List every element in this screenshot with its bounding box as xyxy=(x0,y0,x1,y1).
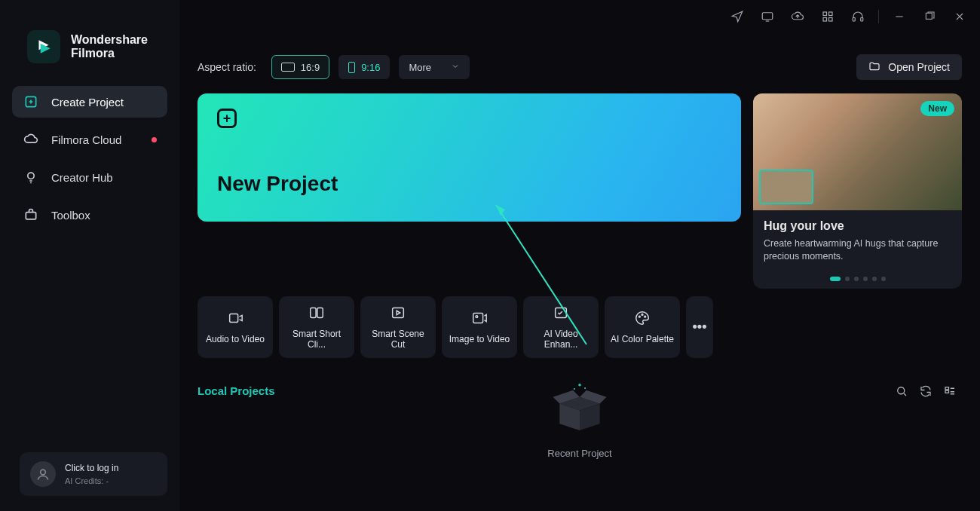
tile-label: Smart Scene Cut xyxy=(365,329,431,350)
bulb-icon xyxy=(23,170,39,185)
more-icon: ••• xyxy=(693,319,707,335)
svg-rect-16 xyxy=(317,308,323,317)
notification-dot-icon xyxy=(152,137,157,142)
open-project-button[interactable]: Open Project xyxy=(856,54,962,80)
svg-rect-26 xyxy=(945,390,949,393)
search-icon[interactable] xyxy=(890,379,914,403)
sidebar-item-create-project[interactable]: Create Project xyxy=(12,86,167,118)
folder-icon xyxy=(868,60,880,75)
svg-rect-14 xyxy=(230,314,238,322)
chevron-down-icon xyxy=(451,62,460,73)
aspect-916-button[interactable]: 9:16 xyxy=(338,55,390,79)
svg-point-24 xyxy=(898,387,905,394)
cloud-icon xyxy=(23,132,39,147)
brand-line1: Wondershare xyxy=(71,33,148,47)
tile-label: AI Video Enhan... xyxy=(528,329,594,350)
aspect-row: Aspect ratio: 16:9 9:16 More Open Projec… xyxy=(198,54,962,80)
tile-ai-video-enhancer[interactable]: AI Video Enhan... xyxy=(523,296,599,358)
plus-square-icon xyxy=(23,94,39,109)
promo-thumb-icon xyxy=(759,170,813,204)
svg-point-13 xyxy=(41,470,46,475)
sidebar-item-filmora-cloud[interactable]: Filmora Cloud xyxy=(12,124,167,155)
portrait-icon xyxy=(348,62,355,73)
tile-smart-scene-cut[interactable]: Smart Scene Cut xyxy=(360,296,436,358)
svg-rect-25 xyxy=(945,387,949,390)
tool-tiles: Audio to Video Smart Short Cli... Smart … xyxy=(198,296,741,358)
svg-rect-17 xyxy=(393,308,404,317)
open-project-label: Open Project xyxy=(888,61,950,73)
promo-desc: Create heartwarming AI hugs that capture… xyxy=(764,237,951,263)
login-card[interactable]: Click to log in AI Credits: - xyxy=(20,452,167,496)
sidebar-item-label: Toolbox xyxy=(51,209,90,222)
aspect-more-label: More xyxy=(409,62,431,73)
aspect-169-button[interactable]: 16:9 xyxy=(271,55,329,79)
plus-icon: + xyxy=(217,109,237,128)
aspect-more-button[interactable]: More xyxy=(399,55,470,79)
promo-image: New xyxy=(753,93,962,210)
recent-label: Recent Project xyxy=(547,448,611,459)
empty-box-icon xyxy=(546,377,614,437)
brand[interactable]: Wondershare Filmora xyxy=(0,21,179,86)
sidebar-item-creator-hub[interactable]: Creator Hub xyxy=(12,161,167,193)
sidebar-item-label: Create Project xyxy=(51,96,124,109)
sidebar-item-toolbox[interactable]: Toolbox xyxy=(12,199,167,231)
local-projects-label[interactable]: Local Projects xyxy=(198,384,275,397)
avatar-icon xyxy=(30,461,56,487)
tile-audio-to-video[interactable]: Audio to Video xyxy=(198,296,273,358)
svg-rect-12 xyxy=(26,213,35,219)
promo-pager[interactable] xyxy=(753,271,962,289)
svg-point-22 xyxy=(642,314,643,315)
new-project-button[interactable]: + New Project xyxy=(198,93,741,222)
login-cta: Click to log in xyxy=(65,463,118,473)
brand-line2: Filmora xyxy=(71,47,148,60)
sidebar: Wondershare Filmora Create Project Filmo… xyxy=(0,0,179,511)
tile-ai-color-palette[interactable]: AI Color Palette xyxy=(605,296,680,358)
aspect-169-label: 16:9 xyxy=(301,62,320,73)
aspect-label: Aspect ratio: xyxy=(198,61,256,73)
refresh-icon[interactable] xyxy=(914,379,938,403)
tile-image-to-video[interactable]: Image to Video xyxy=(442,296,517,358)
tile-label: Image to Video xyxy=(449,334,510,344)
login-credits: AI Credits: - xyxy=(65,476,118,485)
brand-logo-icon xyxy=(27,30,60,63)
svg-point-11 xyxy=(28,173,34,179)
svg-point-19 xyxy=(476,316,478,318)
svg-point-32 xyxy=(578,384,581,387)
new-project-label: New Project xyxy=(217,172,741,196)
svg-point-34 xyxy=(584,387,586,389)
sidebar-item-label: Filmora Cloud xyxy=(51,133,121,146)
view-toggle-icon[interactable] xyxy=(938,379,962,403)
promo-badge: New xyxy=(920,101,954,116)
promo-card[interactable]: New Hug your love Create heartwarming AI… xyxy=(753,93,962,289)
tile-label: Smart Short Cli... xyxy=(283,329,350,350)
promo-title: Hug your love xyxy=(764,219,951,233)
tile-label: AI Color Palette xyxy=(611,334,674,344)
sidebar-item-label: Creator Hub xyxy=(51,171,113,184)
svg-point-33 xyxy=(574,388,575,390)
toolbox-icon xyxy=(23,207,39,222)
aspect-916-label: 9:16 xyxy=(361,62,380,73)
recent-empty: Recent Project xyxy=(546,377,614,459)
main: Aspect ratio: 16:9 9:16 More Open Projec… xyxy=(179,0,980,511)
nav: Create Project Filmora Cloud Creator Hub… xyxy=(0,86,179,231)
svg-point-23 xyxy=(645,316,646,317)
tile-smart-short-clip[interactable]: Smart Short Cli... xyxy=(279,296,354,358)
landscape-icon xyxy=(281,63,295,72)
svg-rect-15 xyxy=(311,308,316,317)
svg-point-21 xyxy=(639,316,640,317)
tile-label: Audio to Video xyxy=(206,334,265,344)
tile-more-button[interactable]: ••• xyxy=(686,296,713,358)
svg-rect-18 xyxy=(473,313,483,323)
